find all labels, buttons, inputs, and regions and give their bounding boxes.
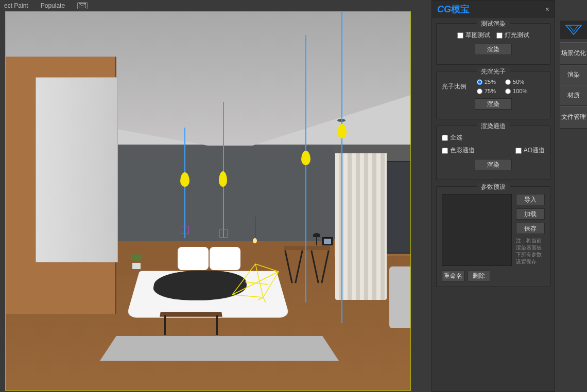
group-title: 测试渲染 [477,20,510,28]
light-gizmo-3 [301,151,310,165]
group-test-render: 测试渲染 草图测试 灯光测试 渲染 [436,23,550,65]
viewport[interactable] [5,11,411,391]
chk-sketch-test[interactable]: 草图测试 [457,31,490,40]
render-button-2[interactable]: 渲染 [475,98,512,110]
tab-render[interactable]: 渲染 [560,65,587,85]
desk-lamp [313,233,322,245]
light-helper-3 [305,35,306,302]
panel-titlebar: CG模宝 × [432,1,555,18]
radio-50[interactable]: 50% [505,79,527,85]
radio-25[interactable]: 25% [477,79,496,85]
target-marker-2 [219,229,228,238]
window [384,161,411,254]
chk-light-test[interactable]: 灯光测试 [496,31,529,40]
tab-file-manage[interactable]: 文件管理 [560,106,587,129]
render-button-3[interactable]: 渲染 [475,159,512,170]
pendant-light [252,217,258,243]
close-icon[interactable]: × [545,5,549,13]
load-button[interactable]: 加载 [516,208,545,220]
curtain [335,153,387,300]
rug [100,336,339,361]
light-gizmo-1 [180,172,189,187]
dock-logo-icon[interactable] [560,21,587,39]
pillow-right [210,247,240,270]
radio-75[interactable]: 75% [477,88,496,94]
brand-logo: CG模宝 [437,3,470,15]
group-preset: 参数预设 导入 加载 保存 注：将当前渲染器面板下所有参数设置保存 重命名 删除 [436,186,550,287]
target-marker-1 [181,226,189,234]
group-title: 参数预设 [477,183,510,191]
cg-plugin-panel: CG模宝 × 测试渲染 草图测试 灯光测试 渲染 先渲光子 光子比例 25% 5… [431,0,555,392]
rename-button[interactable]: 重命名 [442,270,464,281]
import-button[interactable]: 导入 [516,194,545,205]
chk-ao-channel[interactable]: AO通道 [515,146,545,155]
sofa [389,266,411,328]
preset-list[interactable] [442,194,512,266]
mail-icon[interactable] [77,2,88,9]
preset-hint: 注：将当前渲染器面板下所有参数设置保存 [516,237,545,265]
group-render-channel: 渲染通道 全选 色彩通道 AO通道 渲染 [436,126,550,180]
light-gizmo-2 [219,171,227,187]
group-photon: 先渲光子 光子比例 25% 50% 75% 100% 渲染 [436,71,550,119]
right-dock-tabs: 场景优化 渲染 材质 文件管理 [560,21,587,129]
coffee-table [160,310,222,331]
wardrobe-door [36,77,118,262]
light-helper-4 [341,12,342,323]
tab-scene-optimize[interactable]: 场景优化 [560,42,587,65]
menu-populate[interactable]: Populate [41,2,65,9]
photo-frame [322,237,333,245]
render-button-1[interactable]: 渲染 [475,44,512,55]
group-title: 渲染通道 [477,122,510,131]
save-button[interactable]: 保存 [516,223,545,234]
tab-material[interactable]: 材质 [560,85,587,106]
delete-button[interactable]: 删除 [468,270,490,281]
menu-object-paint[interactable]: ect Paint [4,2,28,9]
light-helper-2 [223,102,224,238]
radio-100[interactable]: 100% [505,88,527,94]
photon-ratio-label: 光子比例 [442,82,467,91]
group-title: 先渲光子 [477,67,510,76]
light-gizmo-4 [337,124,347,138]
desk [284,246,330,284]
pillow-left [178,247,209,270]
chk-color-channel[interactable]: 色彩通道 [442,146,475,155]
chk-select-all[interactable]: 全选 [442,133,462,142]
